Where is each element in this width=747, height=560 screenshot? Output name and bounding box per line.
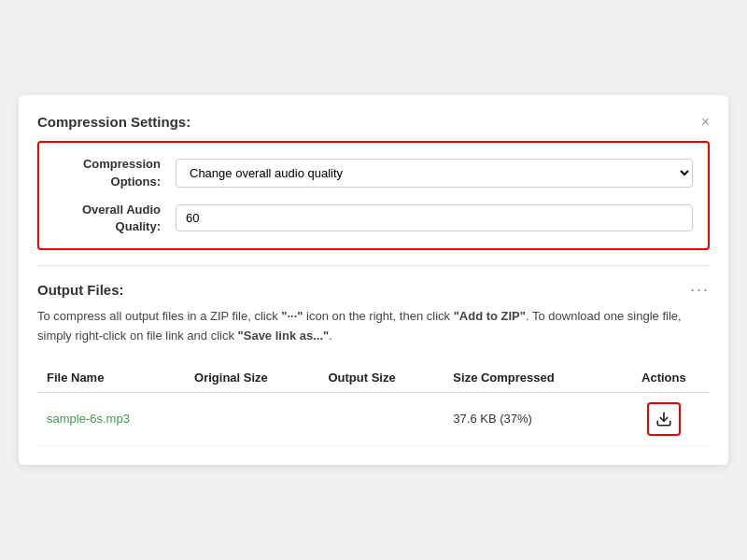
info-save-as-ref: "Save link as..." <box>238 329 330 343</box>
files-table: File Name Original Size Output Size Size… <box>37 363 710 446</box>
col-file-name: File Name <box>37 363 185 393</box>
compression-settings-box: Compression Options: Change overall audi… <box>37 141 710 250</box>
audio-quality-label: Overall Audio Quality: <box>54 202 176 235</box>
download-button[interactable] <box>647 402 681 436</box>
info-text: To compress all output files in a ZIP fi… <box>37 307 710 346</box>
info-add-zip-ref: "Add to ZIP" <box>454 309 526 323</box>
section-divider <box>37 265 710 266</box>
output-files-title: Output Files: <box>37 282 124 298</box>
page-wrapper: Compression Settings: × Compression Opti… <box>19 95 728 464</box>
table-row: sample-6s.mp3 37.6 KB (37%) <box>37 392 710 445</box>
cell-original-size <box>185 392 318 445</box>
col-original-size: Original Size <box>185 363 318 393</box>
info-icon-ref: "···" <box>281 309 303 323</box>
compression-options-select[interactable]: Change overall audio quality Change bitr… <box>176 159 693 188</box>
col-output-size: Output Size <box>318 363 444 393</box>
audio-quality-control <box>176 204 693 231</box>
col-size-compressed: Size Compressed <box>444 363 617 393</box>
cell-output-size <box>318 392 444 445</box>
file-link[interactable]: sample-6s.mp3 <box>47 412 130 426</box>
compression-settings-title: Compression Settings: <box>37 114 190 130</box>
table-header: File Name Original Size Output Size Size… <box>37 363 710 393</box>
cell-size-compressed: 37.6 KB (37%) <box>444 392 617 445</box>
close-button[interactable]: × <box>701 115 710 130</box>
dots-menu-button[interactable]: ··· <box>690 281 710 298</box>
cell-actions <box>618 392 710 445</box>
table-header-row: File Name Original Size Output Size Size… <box>37 363 710 393</box>
compression-options-row: Compression Options: Change overall audi… <box>54 156 693 189</box>
audio-quality-input[interactable] <box>176 204 693 231</box>
download-icon <box>655 411 672 427</box>
audio-quality-row: Overall Audio Quality: <box>54 202 693 235</box>
output-files-header: Output Files: ··· <box>37 281 710 298</box>
table-body: sample-6s.mp3 37.6 KB (37%) <box>37 392 710 445</box>
col-actions: Actions <box>618 363 710 393</box>
cell-file-name: sample-6s.mp3 <box>37 392 185 445</box>
compression-options-control: Change overall audio quality Change bitr… <box>176 159 693 188</box>
action-btn-wrapper <box>627 402 700 436</box>
compression-options-label: Compression Options: <box>54 156 176 189</box>
compression-settings-header: Compression Settings: × <box>37 114 710 130</box>
